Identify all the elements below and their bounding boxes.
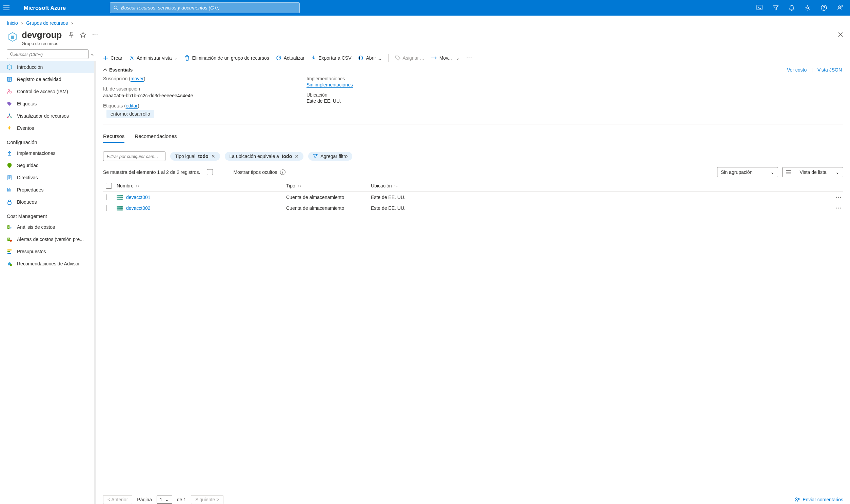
global-search[interactable]	[110, 2, 300, 13]
info-icon[interactable]: i	[280, 169, 285, 175]
list-right-controls: Sin agrupación ⌄ Vista de lista ⌄	[717, 167, 843, 177]
pager-page-select[interactable]: 1 ⌄	[157, 496, 172, 504]
col-type[interactable]: Tipo↑↓	[286, 183, 371, 188]
notifications-icon[interactable]	[789, 5, 794, 11]
sidebar-search-input[interactable]	[14, 52, 85, 57]
move-button[interactable]: Mov... ⌄	[431, 55, 460, 61]
filter-chip-location[interactable]: La ubicación equivale a todo ✕	[225, 152, 304, 161]
sidebar-item-iam[interactable]: Control de acceso (IAM)	[0, 85, 94, 97]
row-checkbox[interactable]	[103, 195, 117, 200]
close-icon[interactable]: ✕	[211, 154, 215, 159]
tags-edit-link[interactable]: editar	[126, 103, 138, 108]
sidebar-item-properties[interactable]: Propiedades	[0, 184, 94, 196]
header-more-icon[interactable]: ···	[92, 32, 98, 38]
tab-resources[interactable]: Recursos	[103, 133, 124, 143]
sort-icon: ↑↓	[136, 183, 140, 188]
sidebar-item-events[interactable]: Eventos	[0, 122, 94, 134]
tag-pill[interactable]: entorno: desarrollo	[106, 110, 154, 118]
row-more-icon[interactable]: ···	[452, 205, 843, 211]
overview-icon	[7, 65, 13, 70]
add-filter-button[interactable]: Agregar filtro	[308, 152, 352, 161]
sidebar-item-policies[interactable]: Directivas	[0, 172, 94, 184]
sidebar-item-label: Seguridad	[17, 163, 39, 168]
sidebar-item-locks[interactable]: Bloqueos	[0, 196, 94, 208]
essentials-toggle[interactable]: Essentials	[103, 67, 132, 73]
sidebar-item-deployments[interactable]: Implementaciones	[0, 147, 94, 159]
col-name[interactable]: Nombre↑↓	[117, 183, 286, 188]
sidebar-item-resource-visualizer[interactable]: Visualizador de recursos	[0, 110, 94, 122]
sidebar-item-label: Directivas	[17, 175, 38, 180]
sidebar-item-budgets[interactable]: Presupuestos	[0, 246, 94, 257]
budgets-icon	[7, 249, 13, 254]
open-query-button[interactable]: Abrir ...	[358, 55, 381, 61]
svg-text:$: $	[8, 226, 9, 228]
sidebar-item-cost-analysis[interactable]: $ Análisis de costos	[0, 221, 94, 233]
essentials-deployments: Implementaciones Sin implementaciones	[306, 76, 483, 87]
row-checkbox[interactable]	[103, 205, 117, 211]
subscription-label: Suscripción (	[103, 76, 130, 82]
sidebar-section-cost: Cost Management	[0, 208, 94, 221]
hamburger-icon[interactable]	[3, 5, 17, 10]
pin-icon[interactable]	[69, 32, 74, 38]
essentials-sep: |	[811, 67, 813, 73]
refresh-button[interactable]: Actualizar	[276, 55, 304, 61]
row-location-cell: Este de EE. UU.	[371, 195, 452, 200]
svg-rect-23	[7, 253, 11, 254]
view-mode-select[interactable]: Vista de lista ⌄	[782, 167, 843, 177]
pager-prev-button[interactable]: < Anterior	[103, 495, 132, 504]
svg-point-25	[131, 57, 132, 59]
close-icon[interactable]: ✕	[295, 154, 299, 159]
location-label: Ubicación	[306, 92, 483, 97]
collapse-sidebar-icon[interactable]: «	[91, 52, 93, 57]
tab-recommendations[interactable]: Recomendaciones	[135, 133, 177, 143]
sidebar-item-overview[interactable]: Introducción	[0, 61, 94, 73]
breadcrumb-groups[interactable]: Grupos de recursos	[26, 20, 68, 26]
create-button[interactable]: Crear	[103, 55, 122, 61]
view-json-link[interactable]: Vista JSON	[817, 67, 842, 73]
global-search-input[interactable]	[121, 5, 296, 11]
svg-point-10	[8, 90, 10, 91]
feedback-link[interactable]: Enviar comentarios	[794, 497, 843, 502]
hidden-types-label: Mostrar tipos ocultos	[233, 169, 277, 175]
name-filter-input[interactable]	[103, 151, 165, 161]
svg-point-24	[10, 264, 12, 266]
toolbar-more-icon[interactable]: ···	[466, 55, 473, 61]
subscription-move-link[interactable]: mover	[130, 76, 144, 82]
grouping-select[interactable]: Sin agrupación ⌄	[717, 167, 778, 177]
pager-next-button[interactable]: Siguiente >	[191, 495, 224, 504]
filter-chip-type[interactable]: Tipo igual todo ✕	[170, 152, 220, 161]
delete-rg-button[interactable]: Eliminación de un grupo de recursos	[185, 55, 269, 61]
sidebar-item-security[interactable]: Seguridad	[0, 159, 94, 172]
deployments-icon	[7, 150, 13, 156]
breadcrumb-home[interactable]: Inicio	[7, 20, 18, 26]
directory-filter-icon[interactable]	[773, 5, 779, 11]
favorite-star-icon[interactable]	[80, 32, 86, 38]
resource-link[interactable]: devacct001	[126, 195, 150, 200]
resource-link[interactable]: devacct002	[126, 205, 150, 211]
properties-icon	[7, 187, 13, 193]
deployments-value-link[interactable]: Sin implementaciones	[306, 82, 483, 87]
select-all-checkbox[interactable]	[103, 183, 117, 189]
toolbar-separator	[388, 54, 389, 62]
feedback-icon[interactable]	[837, 5, 843, 11]
col-location[interactable]: Ubicación↑↓	[371, 183, 452, 188]
settings-icon[interactable]	[804, 5, 811, 11]
view-cost-link[interactable]: Ver costo	[787, 67, 807, 73]
summary-checkbox[interactable]	[207, 169, 213, 175]
export-csv-button[interactable]: Exportar a CSV	[311, 55, 351, 61]
help-icon[interactable]	[821, 5, 827, 11]
sidebar-item-cost-alerts[interactable]: $ Alertas de costos (versión pre...	[0, 233, 94, 246]
sidebar-search[interactable]	[7, 50, 88, 59]
close-blade-icon[interactable]	[838, 32, 843, 37]
sidebar-item-tags[interactable]: Etiquetas	[0, 97, 94, 110]
row-more-icon[interactable]: ···	[452, 195, 843, 200]
svg-rect-21	[7, 250, 12, 251]
cloud-shell-icon[interactable]	[757, 5, 763, 11]
sidebar-item-label: Eventos	[17, 125, 34, 131]
sidebar-item-activity-log[interactable]: Registro de actividad	[0, 73, 94, 85]
add-filter-icon	[313, 154, 318, 159]
pager-page-label: Página	[137, 497, 152, 502]
sidebar-item-advisor[interactable]: Recomendaciones de Advisor	[0, 257, 94, 270]
manage-view-button[interactable]: Administrar vista ⌄	[129, 55, 178, 61]
assign-tags-button[interactable]: Asignar ...	[395, 55, 424, 61]
